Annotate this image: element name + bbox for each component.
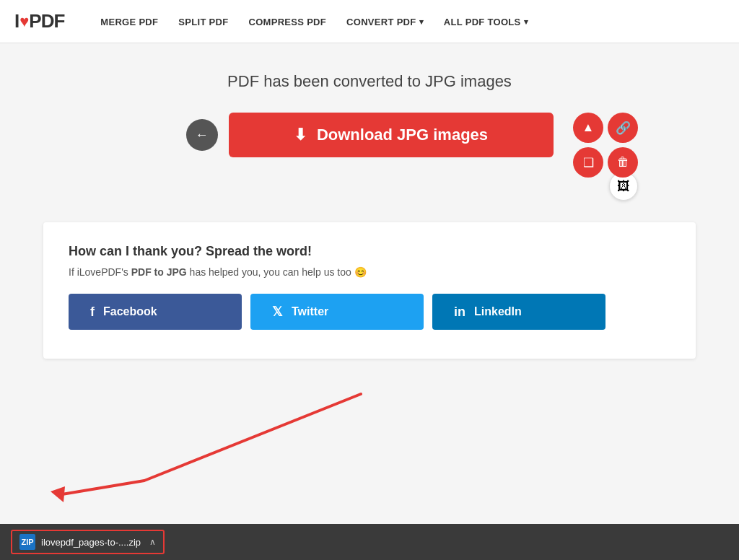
facebook-icon: f: [90, 305, 95, 320]
side-actions: ▲ 🔗 ❑ 🗑: [573, 113, 638, 178]
share-card: How can I thank you? Spread the word! If…: [43, 222, 696, 359]
delete-button[interactable]: 🗑: [608, 147, 638, 178]
nav-split-pdf[interactable]: SPLIT PDF: [178, 17, 228, 27]
nav-convert-pdf[interactable]: CONVERT PDF: [346, 17, 424, 27]
dropbox-icon: ❑: [583, 155, 594, 170]
chevron-icon: ∧: [149, 537, 156, 547]
delete-icon: 🗑: [617, 155, 629, 170]
side-actions-top-row: ▲ 🔗: [573, 113, 638, 143]
linkedin-icon: in: [454, 305, 465, 320]
bottom-bar: ZIP ilovepdf_pages-to-....zip ∧: [0, 524, 739, 560]
nav-compress-pdf[interactable]: COMPRESS PDF: [248, 17, 326, 27]
linkedin-label: LinkedIn: [474, 305, 522, 318]
download-file-item[interactable]: ZIP ilovepdf_pages-to-....zip ∧: [11, 530, 165, 554]
link-icon: 🔗: [616, 121, 631, 136]
dropbox-button[interactable]: ❑: [573, 147, 603, 178]
svg-marker-0: [51, 486, 65, 502]
share-title: How can I thank you? Spread the word!: [69, 244, 670, 259]
link-button[interactable]: 🔗: [608, 113, 638, 143]
header: I♥PDF MERGE PDF SPLIT PDF COMPRESS PDF C…: [0, 0, 739, 43]
file-icon: ZIP: [19, 534, 35, 550]
download-button[interactable]: ⬇ Download JPG images: [229, 113, 554, 157]
logo-i: I: [14, 10, 19, 32]
side-actions-bottom-row: ❑ 🗑: [573, 147, 638, 178]
download-button-label: Download JPG images: [317, 126, 488, 144]
main-content: PDF has been converted to JPG images ← ⬇…: [0, 43, 739, 380]
action-row: ← ⬇ Download JPG images ▲ 🔗 ❑ 🗑: [43, 113, 696, 157]
back-button[interactable]: ←: [186, 119, 218, 151]
red-arrow-annotation: [0, 380, 404, 524]
twitter-icon: 𝕏: [272, 304, 283, 320]
twitter-button[interactable]: 𝕏 Twitter: [250, 294, 424, 330]
file-name: ilovepdf_pages-to-....zip: [41, 537, 141, 548]
social-buttons: f Facebook 𝕏 Twitter in LinkedIn: [69, 294, 670, 330]
linkedin-button[interactable]: in LinkedIn: [432, 294, 605, 330]
nav-all-tools[interactable]: ALL PDF TOOLS: [444, 17, 528, 27]
twitter-label: Twitter: [292, 305, 328, 318]
nav-merge-pdf[interactable]: MERGE PDF: [100, 17, 158, 27]
facebook-label: Facebook: [103, 305, 157, 318]
share-subtitle: If iLovePDF's PDF to JPG has helped you,…: [69, 266, 670, 278]
upload-icon: ▲: [582, 121, 595, 135]
download-icon: ⬇: [294, 126, 307, 144]
main-nav: MERGE PDF SPLIT PDF COMPRESS PDF CONVERT…: [100, 15, 528, 28]
share-highlight: PDF to JPG: [131, 266, 187, 278]
logo-pdf: PDF: [29, 10, 64, 32]
logo[interactable]: I♥PDF: [14, 10, 64, 32]
success-title: PDF has been converted to JPG images: [43, 72, 696, 91]
upload-button[interactable]: ▲: [573, 113, 603, 143]
facebook-button[interactable]: f Facebook: [69, 294, 242, 330]
logo-heart-icon: ♥: [19, 12, 28, 31]
image-icon: 🖼: [617, 179, 630, 194]
